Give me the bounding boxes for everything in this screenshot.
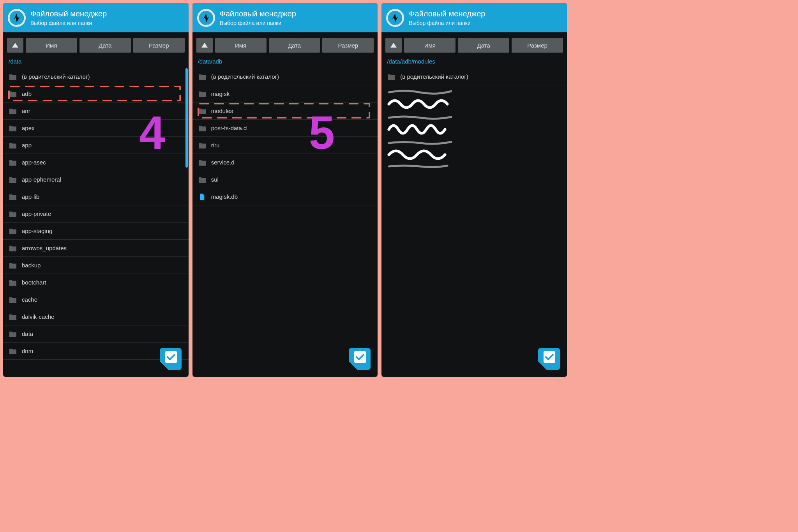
row-label: apex: [22, 125, 35, 131]
folder-row[interactable]: (в родительский каталог): [192, 68, 378, 85]
row-label: magisk: [211, 90, 230, 97]
annotation-scribble: [387, 88, 457, 172]
row-label: arrowos_updates: [22, 245, 67, 251]
folder-row[interactable]: magisk: [192, 85, 378, 103]
row-label: (в родительский каталог): [211, 73, 279, 80]
row-label: app-asec: [22, 159, 46, 166]
select-fab[interactable]: [349, 348, 371, 370]
folder-row[interactable]: app-private: [3, 205, 189, 223]
sort-by-size-button[interactable]: Размер: [322, 38, 374, 53]
row-label: dnm: [22, 348, 33, 354]
folder-icon: [387, 73, 395, 80]
folder-icon: [9, 245, 17, 252]
twrp-logo-icon: [197, 9, 215, 27]
folder-row[interactable]: post-fs-data.d: [192, 120, 378, 137]
folder-icon: [9, 73, 17, 80]
sort-direction-button[interactable]: [7, 38, 23, 53]
row-label: data: [22, 331, 33, 337]
folder-icon: [9, 90, 17, 97]
file-list[interactable]: (в родительский каталог)magiskmodulespos…: [192, 68, 378, 377]
current-path[interactable]: /data/adb: [192, 57, 378, 68]
folder-row[interactable]: data: [3, 325, 189, 343]
folder-row[interactable]: bootchart: [3, 274, 189, 291]
scrollbar[interactable]: [185, 68, 188, 168]
folder-row[interactable]: app-lib: [3, 188, 189, 205]
sort-by-date-button[interactable]: Дата: [269, 38, 320, 53]
folder-row[interactable]: adb: [3, 85, 189, 103]
folder-row[interactable]: cache: [3, 291, 189, 308]
sort-by-date-button[interactable]: Дата: [458, 38, 509, 53]
folder-row[interactable]: app: [3, 137, 189, 154]
sort-by-name-button[interactable]: Имя: [215, 38, 267, 53]
row-label: backup: [22, 262, 41, 269]
app-header: Файловый менеджер Выбор файла или папки: [192, 3, 378, 32]
select-fab[interactable]: [538, 348, 560, 370]
row-label: app-ephemeral: [22, 176, 61, 183]
row-label: app-private: [22, 210, 51, 217]
row-label: adb: [22, 90, 32, 97]
sort-direction-button[interactable]: [196, 38, 213, 53]
app-header: Файловый менеджер Выбор файла или папки: [3, 3, 189, 32]
folder-row[interactable]: app-staging: [3, 223, 189, 240]
folder-icon: [9, 313, 17, 320]
folder-row[interactable]: sui: [192, 171, 378, 188]
folder-icon: [198, 159, 207, 166]
current-path[interactable]: /data/adb/modules: [381, 57, 567, 68]
folder-icon: [9, 193, 17, 200]
folder-icon: [9, 348, 17, 355]
folder-icon: [198, 176, 207, 183]
twrp-logo-icon: [8, 9, 26, 27]
folder-row[interactable]: backup: [3, 257, 189, 274]
folder-icon: [198, 142, 207, 149]
row-label: app: [22, 142, 32, 148]
sort-by-name-button[interactable]: Имя: [26, 38, 77, 53]
select-fab-icon: [349, 348, 371, 370]
sort-toolbar: Имя Дата Размер: [3, 32, 189, 57]
sort-by-name-button[interactable]: Имя: [404, 38, 455, 53]
header-subtitle: Выбор файла или папки: [30, 20, 107, 26]
folder-icon: [9, 142, 17, 149]
folder-icon: [9, 210, 17, 217]
folder-icon: [9, 331, 17, 338]
file-list[interactable]: (в родительский каталог)adbanrapexappapp…: [3, 68, 189, 377]
select-fab[interactable]: [160, 348, 182, 370]
folder-icon: [9, 279, 17, 286]
row-label: (в родительский каталог): [22, 73, 90, 80]
folder-row[interactable]: (в родительский каталог): [3, 68, 189, 85]
folder-row[interactable]: riru: [192, 137, 378, 154]
folder-row[interactable]: service.d: [192, 154, 378, 171]
folder-row[interactable]: apex: [3, 120, 189, 137]
row-label: app-lib: [22, 193, 39, 200]
folder-icon: [9, 159, 17, 166]
folder-icon: [9, 296, 17, 303]
folder-icon: [198, 125, 207, 132]
folder-row[interactable]: modules: [192, 103, 378, 120]
sort-direction-button[interactable]: [385, 38, 402, 53]
select-fab-icon: [538, 348, 560, 370]
sort-by-size-button[interactable]: Размер: [512, 38, 563, 53]
row-label: service.d: [211, 159, 235, 166]
select-fab-icon: [160, 348, 182, 370]
sort-by-size-button[interactable]: Размер: [133, 38, 185, 53]
file-row[interactable]: magisk.db: [192, 188, 378, 205]
folder-row[interactable]: app-asec: [3, 154, 189, 171]
file-list[interactable]: (в родительский каталог): [381, 68, 567, 377]
header-title: Файловый менеджер: [30, 9, 107, 18]
sort-asc-icon: [201, 42, 208, 48]
svg-marker-3: [12, 43, 18, 48]
folder-row[interactable]: arrowos_updates: [3, 240, 189, 257]
row-label: (в родительский каталог): [400, 73, 468, 80]
header-title: Файловый менеджер: [220, 9, 296, 18]
row-label: riru: [211, 142, 220, 148]
folder-row[interactable]: anr: [3, 103, 189, 120]
current-path[interactable]: /data: [3, 57, 189, 68]
folder-icon: [9, 228, 17, 235]
folder-icon: [9, 176, 17, 183]
folder-row[interactable]: app-ephemeral: [3, 171, 189, 188]
row-label: modules: [211, 108, 233, 114]
sort-by-date-button[interactable]: Дата: [79, 38, 131, 53]
folder-row[interactable]: dalvik-cache: [3, 308, 189, 325]
folder-row[interactable]: (в родительский каталог): [381, 68, 567, 85]
phone-panel: Файловый менеджер Выбор файла или папки …: [192, 3, 378, 377]
phone-panel: Файловый менеджер Выбор файла или папки …: [381, 3, 567, 377]
